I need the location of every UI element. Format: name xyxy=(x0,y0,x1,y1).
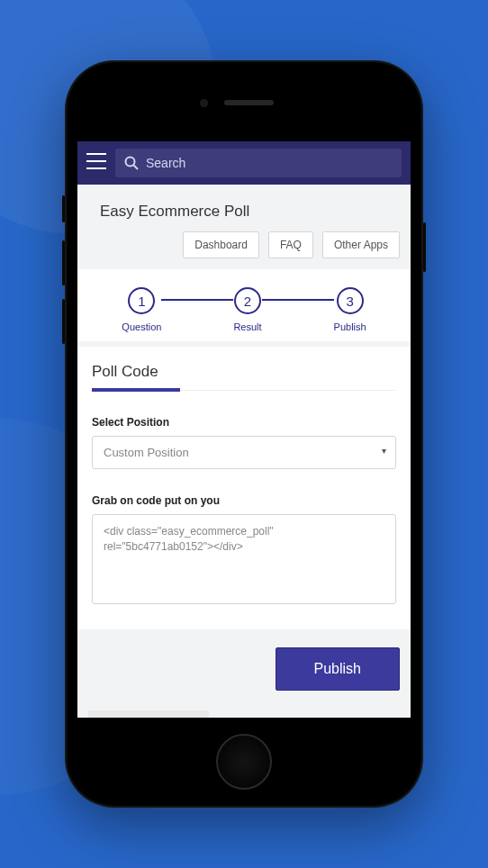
phone-frame: Search Easy Ecommerce Poll Dashboard FAQ… xyxy=(65,60,423,808)
phone-side-button xyxy=(62,195,65,222)
position-value: Custom Position xyxy=(104,446,189,459)
top-bar: Search xyxy=(77,141,411,185)
step-question[interactable]: 1 Question xyxy=(122,287,161,332)
step-number: 2 xyxy=(234,287,261,314)
step-connector xyxy=(262,299,334,301)
step-number: 1 xyxy=(128,287,155,314)
phone-screen: Search Easy Ecommerce Poll Dashboard FAQ… xyxy=(77,141,411,718)
step-publish[interactable]: 3 Publish xyxy=(334,287,366,332)
card-title: Poll Code xyxy=(92,363,396,391)
step-label: Publish xyxy=(334,321,366,332)
tab-other-apps[interactable]: Other Apps xyxy=(322,231,400,258)
phone-side-button xyxy=(423,222,426,272)
phone-camera xyxy=(200,99,208,107)
step-label: Question xyxy=(122,321,161,332)
search-input[interactable]: Search xyxy=(115,149,402,177)
position-select[interactable]: Custom Position xyxy=(92,436,396,469)
step-number: 3 xyxy=(337,287,364,314)
hamburger-menu-icon[interactable] xyxy=(86,153,106,173)
page-header: Easy Ecommerce Poll xyxy=(77,185,411,231)
tab-dashboard[interactable]: Dashboard xyxy=(183,231,259,258)
step-result[interactable]: 2 Result xyxy=(233,287,261,332)
svg-point-0 xyxy=(126,158,135,167)
phone-home-button xyxy=(216,734,272,790)
phone-earpiece xyxy=(224,100,274,105)
step-label: Result xyxy=(233,321,261,332)
code-textarea[interactable] xyxy=(92,514,396,604)
page-title: Easy Ecommerce Poll xyxy=(100,203,400,221)
stepper: 1 Question 2 Result 3 Publish xyxy=(77,269,411,341)
position-label: Select Position xyxy=(92,416,396,429)
phone-side-button xyxy=(62,240,65,285)
previous-button[interactable]: Previous xyxy=(88,710,209,718)
search-placeholder: Search xyxy=(146,156,185,170)
publish-button[interactable]: Publish xyxy=(276,647,400,691)
code-label: Grab on code put on you xyxy=(92,494,396,507)
nav-tabs: Dashboard FAQ Other Apps xyxy=(77,231,411,269)
svg-line-1 xyxy=(134,166,139,170)
search-icon xyxy=(124,156,139,170)
poll-code-card: Poll Code Select Position Custom Positio… xyxy=(77,347,411,629)
phone-side-button xyxy=(62,299,65,344)
previous-row: Previous xyxy=(77,703,411,718)
publish-row: Publish xyxy=(77,635,411,703)
step-connector xyxy=(161,299,233,301)
tab-faq[interactable]: FAQ xyxy=(268,231,313,258)
